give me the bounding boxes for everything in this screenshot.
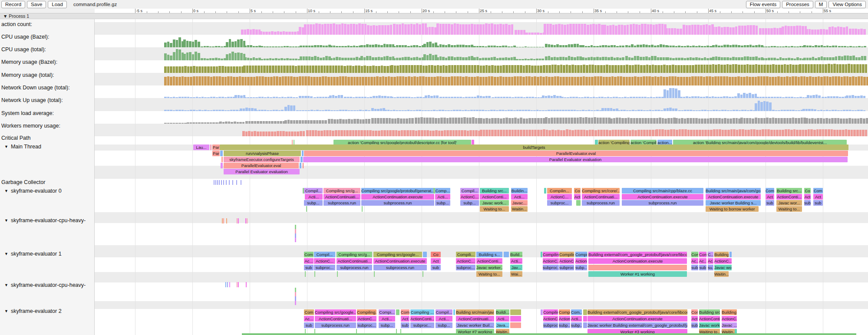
track-label-skyframe-evaluator-2[interactable]: ▼skyframe-evaluator 2 [4, 308, 62, 314]
evaluator1-c-block[interactable]: subprocess.run [337, 265, 372, 270]
evaluator0-b-block[interactable]: Acti... [305, 194, 323, 200]
evaluator0-c-block[interactable]: sub [766, 200, 774, 206]
evaluator1-c-block[interactable]: sub [691, 265, 698, 270]
evaluator0-d-block[interactable]: Waiting to... [480, 206, 509, 212]
evaluator2-a-block[interactable]: Compiling... [543, 309, 558, 315]
collapse-arrow-icon[interactable]: ▼ [4, 309, 8, 313]
evaluator2-a-block[interactable]: Compil... [436, 309, 452, 315]
evaluator2-b-block[interactable]: ActionContinuation.execute [587, 316, 687, 322]
evaluator2-b-block[interactable]: Act [691, 316, 698, 322]
evaluator2-b-block[interactable] [510, 316, 521, 322]
evaluator0-a-block[interactable]: Compiling src/google/protobuf/generat... [361, 188, 434, 194]
evaluator0-a-block[interactable]: Building src/main/java/com/go... [706, 188, 761, 194]
evaluator0-c-block[interactable]: subproc... [547, 200, 572, 206]
evaluator2-c-block[interactable]: subprocess.run [315, 322, 356, 328]
evaluator2-a-block[interactable]: Compiling... [357, 309, 376, 315]
evaluator2-a-block[interactable]: Building ... [722, 309, 737, 315]
collapse-arrow-icon[interactable]: ▼ [4, 283, 8, 287]
evaluator1-b-block[interactable]: ActionConti... [476, 258, 502, 264]
evaluator1-d-block[interactable]: Waiting to... [476, 271, 502, 277]
evaluator1-b-block[interactable]: ActionContinuation.execute [588, 258, 687, 264]
evaluator0-b-block[interactable]: ActionC... [460, 194, 479, 200]
main-thread-4-block[interactable] [303, 163, 304, 168]
evaluator1-c-block[interactable]: su... [708, 265, 713, 270]
evaluator2-a-block[interactable]: Building src/ma... [699, 309, 720, 315]
evaluator0-c-block[interactable]: subprocess.run [582, 200, 620, 206]
evaluator1-b-block[interactable]: ActionC... [543, 258, 559, 264]
evaluator1-b-block[interactable]: ActionContinuation.execute [373, 258, 427, 264]
evaluator0-b-block[interactable]: Act [574, 194, 581, 200]
evaluator1-b-block[interactable]: Ac... [699, 258, 706, 264]
main-thread-1-block[interactable]: Par [212, 145, 220, 150]
evaluator1-a-block[interactable]: Co [431, 252, 441, 257]
evaluator2-b-block[interactable]: Acti... [379, 316, 395, 322]
evaluator2-c-block[interactable]: Java... [496, 322, 509, 328]
evaluator0-a-block[interactable]: Com [813, 188, 823, 194]
evaluator0-a-block[interactable]: Compil... [460, 188, 479, 194]
evaluator2-a-block[interactable]: Building external/com_google_protobuf/ja… [587, 309, 687, 315]
record-button[interactable]: Record [1, 1, 25, 8]
m-button[interactable]: M [815, 1, 827, 8]
evaluator0-c-block[interactable]: Javac worker Building s... [706, 200, 761, 206]
evaluator1-b-block[interactable]: Acti... [510, 258, 522, 264]
evaluator1-b-block[interactable]: Ac... [691, 258, 698, 264]
evaluator2-b-block[interactable]: ActionC... [722, 316, 737, 322]
evaluator2-c-block[interactable]: subproc... [357, 322, 376, 328]
evaluator1-b-block[interactable]: ActionC... [575, 258, 587, 264]
evaluator1-c-block[interactable]: Jav... [510, 265, 522, 270]
evaluator2-b-block[interactable]: ActionC... [559, 316, 570, 322]
main-thread-3-block[interactable]: Parallel Evaluator evaluation [303, 157, 848, 162]
evaluator0-a-block[interactable]: Buildin... [511, 188, 528, 194]
evaluator2-c-block[interactable]: subp... [571, 322, 582, 328]
evaluator1-a-block[interactable]: Com [691, 252, 698, 257]
main-thread-4-block[interactable]: ParallelEvaluator.eval [224, 163, 299, 168]
evaluator2-c-block[interactable] [510, 322, 521, 328]
evaluator0-c-block[interactable]: subp... [304, 200, 323, 206]
track-label-skyframe-evaluator-1[interactable]: ▼skyframe-evaluator 1 [4, 251, 62, 257]
evaluator2-b-block[interactable]: ActionConti... [410, 316, 434, 322]
evaluator1-a-block[interactable]: Building s... [476, 252, 502, 257]
evaluator1-a-block[interactable]: Compiling src/g... [337, 252, 372, 257]
evaluator0-d-block[interactable]: Waitin... [511, 206, 528, 212]
track-label-skyframe-evaluator-cpu-heavy[interactable]: ▼skyframe-evaluator-cpu-heavy- [4, 217, 86, 223]
evaluator2-c-block[interactable]: Javac ... [722, 322, 737, 328]
evaluator1-c-block[interactable]: subproc... [559, 265, 574, 270]
evaluator0-b-block[interactable]: Act [804, 194, 811, 200]
evaluator1-c-block[interactable]: subproc... [456, 265, 475, 270]
evaluator0-a-block[interactable]: Compilin... [547, 188, 572, 194]
evaluator1-a-block[interactable] [541, 252, 542, 257]
evaluator2-a-block[interactable]: Compiling ... [410, 309, 434, 315]
evaluator2-c-block[interactable]: subp... [436, 322, 452, 328]
evaluator2-c-block[interactable]: sub [691, 322, 698, 328]
evaluator1-a-block[interactable]: Building... [714, 252, 729, 257]
evaluator2-a-block[interactable] [453, 309, 455, 315]
main-thread-2-block[interactable]: Par [212, 151, 220, 156]
evaluator1-a-block[interactable] [729, 252, 732, 257]
evaluator2-c-block[interactable]: subp... [379, 322, 395, 328]
evaluator2-b-block[interactable]: ActionConti... [699, 316, 720, 322]
evaluator1-c-block[interactable]: sub [699, 265, 706, 270]
evaluator0-a-block[interactable]: Compiling src/main/cpp/blaze.cc [622, 188, 703, 194]
evaluator0-b-block[interactable]: Acti... [435, 194, 450, 200]
evaluator2-c-block[interactable]: Javac worker Building external/com_googl… [587, 322, 687, 328]
evaluator0-c-block[interactable]: subprocess.run [323, 200, 360, 206]
evaluator1-a-block[interactable]: Compiling ... [543, 252, 559, 257]
evaluator0-a-block[interactable]: Comp... [435, 188, 450, 194]
evaluator2-b-block[interactable]: ActionContinuati... [456, 316, 494, 322]
process-header[interactable]: ▼ Process 1 [0, 13, 868, 19]
evaluator0-c-block[interactable]: subp... [435, 200, 450, 206]
main-thread-4-block[interactable] [300, 163, 301, 168]
evaluator2-b-block[interactable]: Acti... [436, 316, 452, 322]
evaluator0-c-block[interactable]: Javac wor... [776, 200, 802, 206]
track-label-main-thread[interactable]: ▼Main Thread [4, 144, 41, 150]
evaluator0-b-block[interactable]: ActionConti... [776, 194, 802, 200]
evaluator2-b-block[interactable]: ActionContinuati... [315, 316, 356, 322]
evaluator0-c-block[interactable]: Javac work... [480, 200, 509, 206]
evaluator1-a-block[interactable] [423, 252, 427, 257]
evaluator1-b-block[interactable]: ActionC... [714, 258, 732, 264]
evaluator1-b-block[interactable]: Act [431, 258, 441, 264]
evaluator1-a-block[interactable]: Compil... [575, 252, 587, 257]
evaluator0-c-block[interactable]: sub [813, 200, 823, 206]
evaluator2-b-block[interactable]: Acti... [496, 316, 509, 322]
evaluator1-c-block[interactable]: subp... [575, 265, 587, 270]
